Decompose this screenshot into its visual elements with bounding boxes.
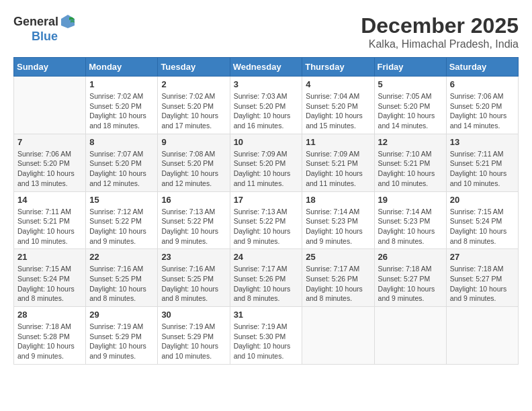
calendar-day-cell: 7Sunrise: 7:06 AM Sunset: 5:20 PM Daylig… <box>14 134 86 191</box>
month-title: December 2025 <box>361 13 519 38</box>
calendar-week-row: 7Sunrise: 7:06 AM Sunset: 5:20 PM Daylig… <box>14 134 519 191</box>
calendar-week-row: 1Sunrise: 7:02 AM Sunset: 5:20 PM Daylig… <box>14 77 519 134</box>
calendar-day-cell: 15Sunrise: 7:12 AM Sunset: 5:22 PM Dayli… <box>86 191 158 249</box>
calendar-day-cell: 4Sunrise: 7:04 AM Sunset: 5:20 PM Daylig… <box>302 77 374 134</box>
page-header: General Blue December 2025 Kalka, Himach… <box>13 13 519 50</box>
day-number: 6 <box>450 79 515 89</box>
day-number: 2 <box>161 79 226 89</box>
day-number: 21 <box>17 252 82 262</box>
calendar-day-cell: 8Sunrise: 7:07 AM Sunset: 5:20 PM Daylig… <box>86 134 158 191</box>
day-info: Sunrise: 7:16 AM Sunset: 5:25 PM Dayligh… <box>89 264 154 304</box>
day-info: Sunrise: 7:09 AM Sunset: 5:21 PM Dayligh… <box>306 149 370 189</box>
calendar-day-cell: 13Sunrise: 7:11 AM Sunset: 5:21 PM Dayli… <box>446 134 518 191</box>
calendar-table: SundayMondayTuesdayWednesdayThursdayFrid… <box>13 57 519 365</box>
day-number: 8 <box>89 137 154 147</box>
logo: General Blue <box>13 13 76 44</box>
calendar-day-cell: 31Sunrise: 7:19 AM Sunset: 5:30 PM Dayli… <box>230 307 302 365</box>
calendar-header-cell: Saturday <box>446 58 518 77</box>
day-info: Sunrise: 7:03 AM Sunset: 5:20 PM Dayligh… <box>234 91 299 131</box>
logo-icon <box>60 13 76 30</box>
day-info: Sunrise: 7:17 AM Sunset: 5:26 PM Dayligh… <box>306 264 370 304</box>
calendar-header-cell: Monday <box>86 58 158 77</box>
calendar-day-cell: 23Sunrise: 7:16 AM Sunset: 5:25 PM Dayli… <box>158 249 230 307</box>
day-info: Sunrise: 7:06 AM Sunset: 5:20 PM Dayligh… <box>450 91 515 131</box>
day-number: 29 <box>89 310 154 320</box>
calendar-header-cell: Tuesday <box>158 58 230 77</box>
day-info: Sunrise: 7:08 AM Sunset: 5:20 PM Dayligh… <box>161 149 226 189</box>
day-info: Sunrise: 7:02 AM Sunset: 5:20 PM Dayligh… <box>161 91 226 131</box>
day-number: 24 <box>234 252 299 262</box>
calendar-header-cell: Thursday <box>302 58 374 77</box>
calendar-header: SundayMondayTuesdayWednesdayThursdayFrid… <box>14 58 519 77</box>
day-number: 20 <box>450 195 515 205</box>
day-number: 17 <box>234 195 299 205</box>
calendar-week-row: 28Sunrise: 7:18 AM Sunset: 5:28 PM Dayli… <box>14 307 519 365</box>
logo-general: General <box>13 15 58 29</box>
day-number: 27 <box>450 252 515 262</box>
day-number: 13 <box>450 137 515 147</box>
day-info: Sunrise: 7:04 AM Sunset: 5:20 PM Dayligh… <box>306 91 370 131</box>
calendar-day-cell: 14Sunrise: 7:11 AM Sunset: 5:21 PM Dayli… <box>14 191 86 249</box>
day-number: 15 <box>89 195 154 205</box>
day-info: Sunrise: 7:13 AM Sunset: 5:22 PM Dayligh… <box>234 207 299 246</box>
calendar-day-cell: 25Sunrise: 7:17 AM Sunset: 5:26 PM Dayli… <box>302 249 374 307</box>
day-number: 10 <box>234 137 299 147</box>
day-number: 9 <box>161 137 226 147</box>
calendar-day-cell: 10Sunrise: 7:09 AM Sunset: 5:20 PM Dayli… <box>230 134 302 191</box>
day-number: 18 <box>306 195 370 205</box>
calendar-day-cell: 18Sunrise: 7:14 AM Sunset: 5:23 PM Dayli… <box>302 191 374 249</box>
calendar-day-cell: 27Sunrise: 7:18 AM Sunset: 5:27 PM Dayli… <box>446 249 518 307</box>
calendar-day-cell: 3Sunrise: 7:03 AM Sunset: 5:20 PM Daylig… <box>230 77 302 134</box>
calendar-day-cell: 6Sunrise: 7:06 AM Sunset: 5:20 PM Daylig… <box>446 77 518 134</box>
calendar-day-cell: 5Sunrise: 7:05 AM Sunset: 5:20 PM Daylig… <box>374 77 446 134</box>
calendar-day-cell: 17Sunrise: 7:13 AM Sunset: 5:22 PM Dayli… <box>230 191 302 249</box>
day-number: 25 <box>306 252 370 262</box>
day-number: 1 <box>89 79 154 89</box>
day-info: Sunrise: 7:14 AM Sunset: 5:23 PM Dayligh… <box>378 207 443 246</box>
day-info: Sunrise: 7:18 AM Sunset: 5:27 PM Dayligh… <box>450 264 515 304</box>
day-info: Sunrise: 7:02 AM Sunset: 5:20 PM Dayligh… <box>89 91 154 131</box>
day-info: Sunrise: 7:05 AM Sunset: 5:20 PM Dayligh… <box>378 91 443 131</box>
day-number: 30 <box>161 310 226 320</box>
day-info: Sunrise: 7:17 AM Sunset: 5:26 PM Dayligh… <box>234 264 299 304</box>
calendar-day-cell: 26Sunrise: 7:18 AM Sunset: 5:27 PM Dayli… <box>374 249 446 307</box>
day-number: 31 <box>234 310 299 320</box>
title-area: December 2025 Kalka, Himachal Pradesh, I… <box>361 13 519 50</box>
day-info: Sunrise: 7:12 AM Sunset: 5:22 PM Dayligh… <box>89 207 154 246</box>
calendar-day-cell <box>374 307 446 365</box>
day-number: 11 <box>306 137 370 147</box>
calendar-day-cell: 22Sunrise: 7:16 AM Sunset: 5:25 PM Dayli… <box>86 249 158 307</box>
calendar-day-cell: 2Sunrise: 7:02 AM Sunset: 5:20 PM Daylig… <box>158 77 230 134</box>
day-info: Sunrise: 7:16 AM Sunset: 5:25 PM Dayligh… <box>161 264 226 304</box>
day-info: Sunrise: 7:11 AM Sunset: 5:21 PM Dayligh… <box>17 207 82 246</box>
day-info: Sunrise: 7:18 AM Sunset: 5:27 PM Dayligh… <box>378 264 443 304</box>
calendar-day-cell: 19Sunrise: 7:14 AM Sunset: 5:23 PM Dayli… <box>374 191 446 249</box>
day-info: Sunrise: 7:14 AM Sunset: 5:23 PM Dayligh… <box>306 207 370 246</box>
logo-blue: Blue <box>32 30 58 43</box>
calendar-day-cell: 9Sunrise: 7:08 AM Sunset: 5:20 PM Daylig… <box>158 134 230 191</box>
calendar-day-cell: 28Sunrise: 7:18 AM Sunset: 5:28 PM Dayli… <box>14 307 86 365</box>
calendar-day-cell <box>302 307 374 365</box>
calendar-body: 1Sunrise: 7:02 AM Sunset: 5:20 PM Daylig… <box>14 77 519 365</box>
day-number: 22 <box>89 252 154 262</box>
calendar-day-cell <box>446 307 518 365</box>
day-info: Sunrise: 7:19 AM Sunset: 5:29 PM Dayligh… <box>89 322 154 361</box>
day-number: 19 <box>378 195 443 205</box>
calendar-day-cell: 30Sunrise: 7:19 AM Sunset: 5:29 PM Dayli… <box>158 307 230 365</box>
calendar-day-cell: 21Sunrise: 7:15 AM Sunset: 5:24 PM Dayli… <box>14 249 86 307</box>
day-info: Sunrise: 7:19 AM Sunset: 5:29 PM Dayligh… <box>161 322 226 361</box>
day-number: 3 <box>234 79 299 89</box>
day-info: Sunrise: 7:11 AM Sunset: 5:21 PM Dayligh… <box>450 149 515 189</box>
day-number: 4 <box>306 79 370 89</box>
calendar-day-cell: 29Sunrise: 7:19 AM Sunset: 5:29 PM Dayli… <box>86 307 158 365</box>
day-info: Sunrise: 7:09 AM Sunset: 5:20 PM Dayligh… <box>234 149 299 189</box>
calendar-day-cell: 24Sunrise: 7:17 AM Sunset: 5:26 PM Dayli… <box>230 249 302 307</box>
calendar-day-cell: 11Sunrise: 7:09 AM Sunset: 5:21 PM Dayli… <box>302 134 374 191</box>
calendar-day-cell: 20Sunrise: 7:15 AM Sunset: 5:24 PM Dayli… <box>446 191 518 249</box>
day-number: 12 <box>378 137 443 147</box>
day-number: 28 <box>17 310 82 320</box>
day-info: Sunrise: 7:19 AM Sunset: 5:30 PM Dayligh… <box>234 322 299 361</box>
calendar-header-cell: Friday <box>374 58 446 77</box>
calendar-day-cell: 1Sunrise: 7:02 AM Sunset: 5:20 PM Daylig… <box>86 77 158 134</box>
day-info: Sunrise: 7:06 AM Sunset: 5:20 PM Dayligh… <box>17 149 82 189</box>
